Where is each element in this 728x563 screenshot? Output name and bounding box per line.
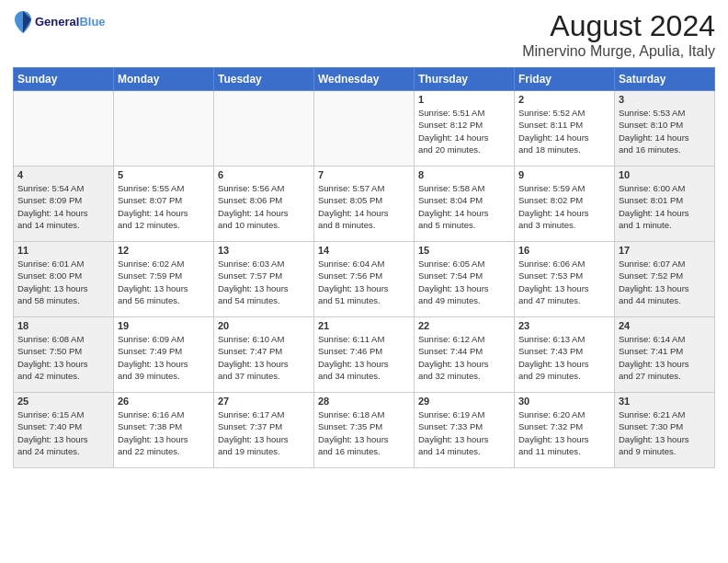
day-number: 24 xyxy=(619,320,711,331)
day-number: 11 xyxy=(17,245,109,256)
day-info: Sunrise: 6:21 AM Sunset: 7:30 PM Dayligh… xyxy=(619,408,711,457)
day-number: 7 xyxy=(318,169,410,180)
table-row: 27Sunrise: 6:17 AM Sunset: 7:37 PM Dayli… xyxy=(214,393,314,468)
day-info: Sunrise: 6:16 AM Sunset: 7:38 PM Dayligh… xyxy=(118,408,210,457)
day-info: Sunrise: 5:56 AM Sunset: 8:06 PM Dayligh… xyxy=(218,182,310,231)
day-info: Sunrise: 6:14 AM Sunset: 7:41 PM Dayligh… xyxy=(619,333,711,382)
calendar-week-row: 18Sunrise: 6:08 AM Sunset: 7:50 PM Dayli… xyxy=(14,317,715,393)
day-number: 12 xyxy=(118,245,210,256)
table-row: 20Sunrise: 6:10 AM Sunset: 7:47 PM Dayli… xyxy=(214,317,314,393)
main-title: August 2024 xyxy=(522,9,715,43)
day-number: 10 xyxy=(619,169,711,180)
table-row: 16Sunrise: 6:06 AM Sunset: 7:53 PM Dayli… xyxy=(515,242,615,317)
day-number: 1 xyxy=(418,94,510,105)
day-info: Sunrise: 6:19 AM Sunset: 7:33 PM Dayligh… xyxy=(418,408,510,457)
table-row: 8Sunrise: 5:58 AM Sunset: 8:04 PM Daylig… xyxy=(415,167,515,242)
title-block: August 2024 Minervino Murge, Apulia, Ita… xyxy=(522,9,715,60)
table-row xyxy=(14,91,114,167)
table-row: 4Sunrise: 5:54 AM Sunset: 8:09 PM Daylig… xyxy=(14,167,114,242)
col-wednesday: Wednesday xyxy=(314,68,415,91)
calendar-week-row: 4Sunrise: 5:54 AM Sunset: 8:09 PM Daylig… xyxy=(14,167,715,242)
table-row xyxy=(314,91,415,167)
table-row: 13Sunrise: 6:03 AM Sunset: 7:57 PM Dayli… xyxy=(214,242,314,317)
day-info: Sunrise: 6:11 AM Sunset: 7:46 PM Dayligh… xyxy=(318,333,410,382)
day-info: Sunrise: 5:57 AM Sunset: 8:05 PM Dayligh… xyxy=(318,182,410,231)
day-info: Sunrise: 6:15 AM Sunset: 7:40 PM Dayligh… xyxy=(17,408,109,457)
table-row: 5Sunrise: 5:55 AM Sunset: 8:07 PM Daylig… xyxy=(114,167,214,242)
header: GeneralBlue August 2024 Minervino Murge,… xyxy=(13,9,715,60)
col-friday: Friday xyxy=(515,68,615,91)
table-row: 11Sunrise: 6:01 AM Sunset: 8:00 PM Dayli… xyxy=(14,242,114,317)
col-tuesday: Tuesday xyxy=(214,68,314,91)
calendar-week-row: 1Sunrise: 5:51 AM Sunset: 8:12 PM Daylig… xyxy=(14,91,715,167)
day-info: Sunrise: 6:02 AM Sunset: 7:59 PM Dayligh… xyxy=(118,258,210,306)
day-number: 17 xyxy=(619,245,711,256)
day-info: Sunrise: 6:08 AM Sunset: 7:50 PM Dayligh… xyxy=(17,333,109,382)
col-saturday: Saturday xyxy=(615,68,715,91)
logo-icon xyxy=(13,9,33,35)
table-row: 7Sunrise: 5:57 AM Sunset: 8:05 PM Daylig… xyxy=(314,167,415,242)
day-info: Sunrise: 5:52 AM Sunset: 8:11 PM Dayligh… xyxy=(518,107,610,155)
day-info: Sunrise: 5:59 AM Sunset: 8:02 PM Dayligh… xyxy=(518,182,610,231)
table-row: 31Sunrise: 6:21 AM Sunset: 7:30 PM Dayli… xyxy=(615,393,715,468)
table-row: 1Sunrise: 5:51 AM Sunset: 8:12 PM Daylig… xyxy=(415,91,515,167)
calendar-week-row: 25Sunrise: 6:15 AM Sunset: 7:40 PM Dayli… xyxy=(14,393,715,468)
day-number: 19 xyxy=(118,320,210,331)
day-info: Sunrise: 6:18 AM Sunset: 7:35 PM Dayligh… xyxy=(318,408,410,457)
table-row: 24Sunrise: 6:14 AM Sunset: 7:41 PM Dayli… xyxy=(615,317,715,393)
col-thursday: Thursday xyxy=(415,68,515,91)
table-row: 2Sunrise: 5:52 AM Sunset: 8:11 PM Daylig… xyxy=(515,91,615,167)
day-info: Sunrise: 6:00 AM Sunset: 8:01 PM Dayligh… xyxy=(619,182,711,231)
day-info: Sunrise: 5:58 AM Sunset: 8:04 PM Dayligh… xyxy=(418,182,510,231)
table-row: 9Sunrise: 5:59 AM Sunset: 8:02 PM Daylig… xyxy=(515,167,615,242)
day-number: 16 xyxy=(518,245,610,256)
day-number: 15 xyxy=(418,245,510,256)
day-info: Sunrise: 5:51 AM Sunset: 8:12 PM Dayligh… xyxy=(418,107,510,155)
day-number: 9 xyxy=(518,169,610,180)
day-number: 13 xyxy=(218,245,310,256)
logo: GeneralBlue xyxy=(13,9,106,35)
day-number: 2 xyxy=(518,94,610,105)
sub-title: Minervino Murge, Apulia, Italy xyxy=(522,43,715,60)
table-row: 19Sunrise: 6:09 AM Sunset: 7:49 PM Dayli… xyxy=(114,317,214,393)
table-row: 21Sunrise: 6:11 AM Sunset: 7:46 PM Dayli… xyxy=(314,317,415,393)
day-info: Sunrise: 5:55 AM Sunset: 8:07 PM Dayligh… xyxy=(118,182,210,231)
table-row: 25Sunrise: 6:15 AM Sunset: 7:40 PM Dayli… xyxy=(14,393,114,468)
table-row: 3Sunrise: 5:53 AM Sunset: 8:10 PM Daylig… xyxy=(615,91,715,167)
day-number: 27 xyxy=(218,396,310,407)
day-info: Sunrise: 6:13 AM Sunset: 7:43 PM Dayligh… xyxy=(518,333,610,382)
day-number: 30 xyxy=(518,396,610,407)
table-row: 14Sunrise: 6:04 AM Sunset: 7:56 PM Dayli… xyxy=(314,242,415,317)
calendar-week-row: 11Sunrise: 6:01 AM Sunset: 8:00 PM Dayli… xyxy=(14,242,715,317)
day-number: 14 xyxy=(318,245,410,256)
table-row xyxy=(114,91,214,167)
day-number: 4 xyxy=(17,169,109,180)
day-info: Sunrise: 5:53 AM Sunset: 8:10 PM Dayligh… xyxy=(619,107,711,155)
day-number: 29 xyxy=(418,396,510,407)
table-row: 28Sunrise: 6:18 AM Sunset: 7:35 PM Dayli… xyxy=(314,393,415,468)
day-number: 3 xyxy=(619,94,711,105)
day-number: 8 xyxy=(418,169,510,180)
table-row: 17Sunrise: 6:07 AM Sunset: 7:52 PM Dayli… xyxy=(615,242,715,317)
table-row xyxy=(214,91,314,167)
day-number: 28 xyxy=(318,396,410,407)
table-row: 15Sunrise: 6:05 AM Sunset: 7:54 PM Dayli… xyxy=(415,242,515,317)
day-number: 22 xyxy=(418,320,510,331)
table-row: 26Sunrise: 6:16 AM Sunset: 7:38 PM Dayli… xyxy=(114,393,214,468)
day-info: Sunrise: 6:12 AM Sunset: 7:44 PM Dayligh… xyxy=(418,333,510,382)
table-row: 12Sunrise: 6:02 AM Sunset: 7:59 PM Dayli… xyxy=(114,242,214,317)
col-monday: Monday xyxy=(114,68,214,91)
day-number: 18 xyxy=(17,320,109,331)
day-number: 20 xyxy=(218,320,310,331)
table-row: 22Sunrise: 6:12 AM Sunset: 7:44 PM Dayli… xyxy=(415,317,515,393)
calendar-header-row: Sunday Monday Tuesday Wednesday Thursday… xyxy=(14,68,715,91)
day-number: 26 xyxy=(118,396,210,407)
page: GeneralBlue August 2024 Minervino Murge,… xyxy=(0,0,728,563)
logo-text: GeneralBlue xyxy=(35,16,106,29)
day-number: 6 xyxy=(218,169,310,180)
day-number: 25 xyxy=(17,396,109,407)
day-number: 21 xyxy=(318,320,410,331)
calendar: Sunday Monday Tuesday Wednesday Thursday… xyxy=(13,67,715,468)
day-info: Sunrise: 6:05 AM Sunset: 7:54 PM Dayligh… xyxy=(418,258,510,306)
logo-line1: GeneralBlue xyxy=(35,16,106,29)
